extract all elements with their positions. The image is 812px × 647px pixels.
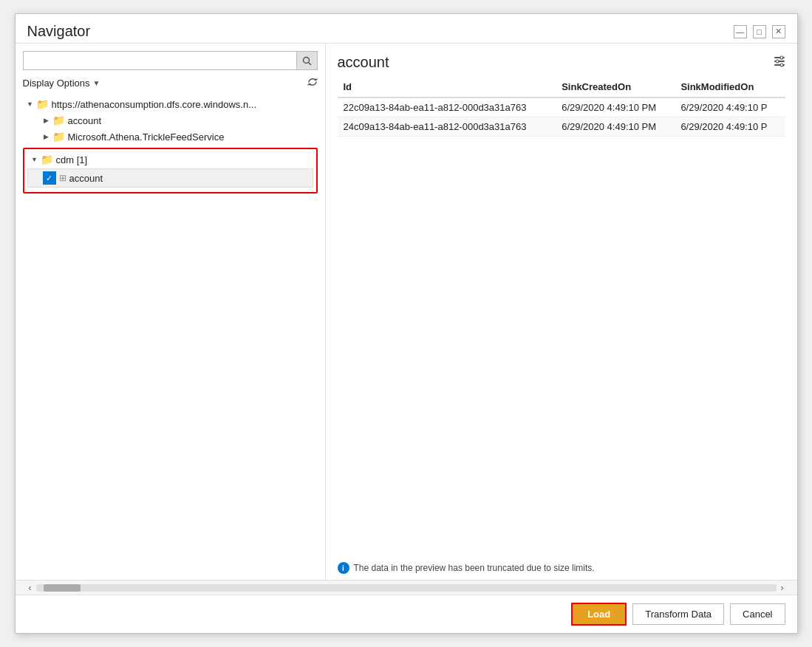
cell-sink-created: 6/29/2020 4:49:10 PM: [556, 97, 675, 117]
transform-data-button[interactable]: Transform Data: [632, 603, 724, 625]
search-row: [23, 51, 318, 70]
scroll-left-button[interactable]: ‹: [27, 583, 33, 593]
cell-id: 24c09a13-84ab-ea11-a812-000d3a31a763: [338, 117, 556, 137]
expand-icon-account: ▶: [41, 114, 52, 126]
refresh-icon: [307, 77, 318, 87]
minimize-button[interactable]: —: [734, 25, 747, 38]
table-icon: ⊞: [59, 173, 66, 183]
search-button[interactable]: [297, 51, 318, 70]
expand-icon-cdm: ▼: [29, 154, 41, 165]
scrollbar-track[interactable]: [36, 584, 777, 592]
cell-id: 22c09a13-84ab-ea11-a812-000d3a31a763: [338, 97, 556, 117]
preview-header: account: [326, 44, 797, 77]
close-button[interactable]: ✕: [772, 25, 785, 38]
root-label: https://athenaconsumption.dfs.core.windo…: [52, 99, 257, 110]
options-icon: [774, 55, 785, 67]
folder-icon-microsoft: 📁: [52, 131, 65, 143]
truncated-notice: i The data in the preview has been trunc…: [326, 556, 797, 580]
scroll-right-button[interactable]: ›: [779, 583, 785, 593]
action-buttons-row: Load Transform Data Cancel: [16, 595, 797, 633]
svg-line-1: [308, 62, 311, 65]
folder-icon-cdm: 📁: [41, 154, 53, 165]
cdm-selected-box: ▼ 📁 cdm [1] ✓ ⊞ account: [23, 148, 318, 194]
left-panel: Display Options ▼ ▼ 📁: [16, 44, 326, 580]
cdm-account-label: account: [69, 173, 103, 184]
svg-point-0: [303, 57, 309, 63]
dialog-title: Navigator: [27, 23, 91, 40]
display-options-row: Display Options ▼: [23, 76, 318, 90]
col-sink-created: SinkCreatedOn: [556, 77, 675, 97]
load-button[interactable]: Load: [571, 603, 627, 626]
tree-area: ▼ 📁 https://athenaconsumption.dfs.core.w…: [23, 96, 318, 572]
search-input[interactable]: [23, 51, 297, 70]
folder-icon-account: 📁: [52, 114, 65, 126]
title-bar: Navigator — □ ✕: [16, 14, 797, 43]
maximize-button[interactable]: □: [753, 25, 766, 38]
table-row: 24c09a13-84ab-ea11-a812-000d3a31a763 6/2…: [338, 117, 785, 137]
display-options-label: Display Options: [23, 78, 90, 89]
expand-icon: ▼: [24, 98, 36, 110]
svg-point-7: [780, 64, 783, 66]
preview-title: account: [338, 54, 389, 71]
cell-sink-modified: 6/29/2020 4:49:10 P: [675, 97, 785, 117]
scrollbar-thumb: [44, 584, 81, 592]
preview-options-button[interactable]: [774, 55, 785, 70]
svg-point-6: [776, 60, 779, 63]
account-checkbox[interactable]: ✓: [43, 171, 56, 185]
svg-point-5: [780, 56, 783, 59]
data-table: Id SinkCreatedOn SinkModifiedOn 22c09a13…: [338, 77, 785, 137]
folder-icon: 📁: [36, 98, 49, 110]
window-controls: — □ ✕: [734, 25, 785, 38]
expand-icon-microsoft: ▶: [41, 131, 52, 143]
search-icon: [302, 56, 312, 66]
table-row: 22c09a13-84ab-ea11-a812-000d3a31a763 6/2…: [338, 97, 785, 117]
cdm-label: cdm [1]: [56, 154, 88, 165]
navigator-dialog: Navigator — □ ✕ Displ: [15, 13, 798, 634]
truncated-text: The data in the preview has been truncat…: [354, 563, 595, 573]
chevron-down-icon: ▼: [93, 79, 100, 87]
info-icon: i: [338, 562, 349, 574]
bottom-bar: ‹ › Load Transform Data Cancel: [16, 580, 797, 633]
microsoft-label: Microsoft.Athena.TrickleFeedService: [68, 131, 225, 143]
checkmark-icon: ✓: [46, 174, 52, 183]
display-options-button[interactable]: Display Options ▼: [23, 76, 100, 90]
right-panel: account Id: [326, 44, 797, 580]
tree-item-microsoft[interactable]: ▶ 📁 Microsoft.Athena.TrickleFeedService: [23, 129, 318, 145]
data-table-container: Id SinkCreatedOn SinkModifiedOn 22c09a13…: [326, 77, 797, 556]
cancel-button[interactable]: Cancel: [730, 603, 785, 625]
tree-item-cdm[interactable]: ▼ 📁 cdm [1]: [27, 152, 313, 167]
cdm-account-row[interactable]: ✓ ⊞ account: [27, 168, 313, 188]
cell-sink-created: 6/29/2020 4:49:10 PM: [556, 117, 675, 137]
col-id: Id: [338, 77, 556, 97]
refresh-button[interactable]: [307, 77, 318, 89]
main-content: Display Options ▼ ▼ 📁: [16, 43, 797, 580]
tree-item-account[interactable]: ▶ 📁 account: [23, 112, 318, 129]
tree-item-root[interactable]: ▼ 📁 https://athenaconsumption.dfs.core.w…: [23, 96, 318, 112]
account-label: account: [68, 115, 102, 126]
table-header-row: Id SinkCreatedOn SinkModifiedOn: [338, 77, 785, 97]
col-sink-modified: SinkModifiedOn: [675, 77, 785, 97]
horizontal-scrollbar: ‹ ›: [16, 581, 797, 595]
cell-sink-modified: 6/29/2020 4:49:10 P: [675, 117, 785, 137]
